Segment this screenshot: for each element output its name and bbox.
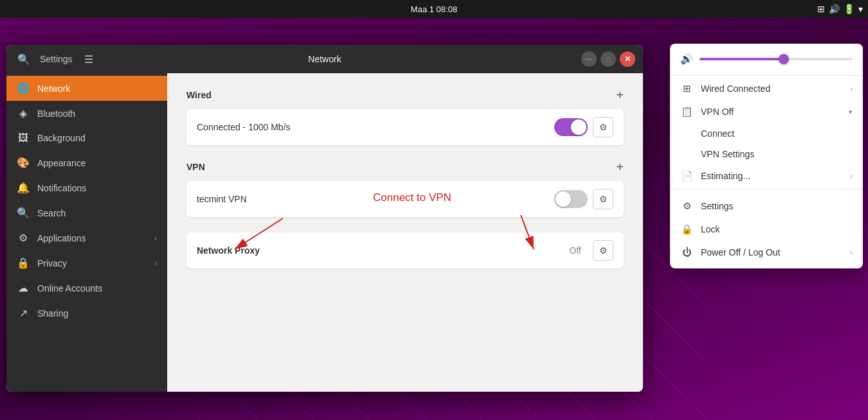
- wired-toggle[interactable]: [554, 118, 588, 136]
- vpn-toggle[interactable]: [554, 190, 588, 208]
- sidebar-item-sharing[interactable]: ↗ Sharing: [6, 301, 167, 326]
- sidebar-label-online-accounts: Online Accounts: [37, 283, 102, 293]
- divider-1: [670, 75, 863, 76]
- sidebar-label-sharing: Sharing: [37, 308, 68, 319]
- qs-estimating-label: Estimating...: [701, 171, 842, 181]
- sidebar-label-privacy: Privacy: [37, 258, 67, 268]
- minimize-button[interactable]: —: [581, 51, 597, 67]
- qs-lock-label: Lock: [701, 224, 853, 234]
- volume-speaker-icon: 🔊: [680, 53, 693, 65]
- settings-search-button[interactable]: 🔍: [14, 49, 33, 69]
- sidebar-label-network: Network: [37, 83, 70, 94]
- sidebar-item-appearance[interactable]: 🎨 Appearance: [6, 150, 167, 175]
- sidebar-item-network[interactable]: 🌐 Network: [6, 76, 167, 101]
- vpn-section-header: VPN +: [186, 161, 624, 173]
- divider-2: [670, 189, 863, 189]
- wired-toggle-knob: [571, 119, 586, 135]
- background-icon: 🖼: [17, 132, 30, 144]
- qs-vpn-chevron-icon: ▾: [849, 108, 853, 116]
- wired-connection-row: Connected - 1000 Mb/s ⚙: [186, 109, 624, 145]
- qs-wired-row[interactable]: ⊞ Wired Connected ›: [670, 77, 863, 100]
- titlebar-left: 🔍 Settings ☰: [14, 49, 98, 69]
- network-icon: 🌐: [17, 82, 30, 94]
- sidebar-label-appearance: Appearance: [37, 158, 86, 168]
- vpn-toggle-knob: [556, 191, 571, 207]
- qs-settings-label: Settings: [701, 201, 853, 211]
- titlebar-right: — □ ✕: [581, 51, 635, 67]
- qs-lock-icon: 🔒: [680, 223, 693, 235]
- hamburger-button[interactable]: ☰: [79, 51, 98, 68]
- network-status-icon[interactable]: ⊞: [817, 4, 825, 14]
- vpn-add-button[interactable]: +: [616, 161, 624, 173]
- vpn-settings-button[interactable]: ⚙: [593, 189, 613, 209]
- vpn-section-title: VPN: [186, 162, 205, 172]
- applications-icon: ⚙: [17, 232, 30, 244]
- qs-vpn-icon: 📋: [680, 106, 693, 118]
- wired-add-button[interactable]: +: [616, 89, 624, 101]
- volume-icon[interactable]: 🔊: [829, 4, 840, 14]
- sidebar-label-bluetooth: Bluetooth: [37, 109, 75, 119]
- qs-vpn-settings-item[interactable]: VPN Settings: [670, 144, 863, 164]
- qs-wired-chevron-icon: ›: [850, 85, 853, 92]
- wired-settings-button[interactable]: ⚙: [593, 117, 613, 137]
- sidebar-item-online-accounts[interactable]: ☁ Online Accounts: [6, 276, 167, 301]
- qs-connect-item[interactable]: Connect: [670, 123, 863, 144]
- search-icon: 🔍: [17, 207, 30, 219]
- qs-power-label: Power Off / Log Out: [701, 247, 842, 258]
- proxy-value: Off: [570, 245, 581, 256]
- maximize-button[interactable]: □: [601, 51, 616, 67]
- qs-estimating-chevron-icon: ›: [850, 172, 853, 180]
- wired-connection-label: Connected - 1000 Mb/s: [197, 122, 554, 132]
- wired-section-header: Wired +: [186, 89, 624, 101]
- dropdown-arrow-icon[interactable]: ▾: [858, 4, 863, 14]
- wired-section-title: Wired: [186, 90, 212, 100]
- sidebar-item-bluetooth[interactable]: ◈ Bluetooth: [6, 101, 167, 126]
- vpn-card: tecmint VPN ⚙: [186, 181, 624, 217]
- wired-card: Connected - 1000 Mb/s ⚙: [186, 109, 624, 145]
- qs-power-row[interactable]: ⏻ Power Off / Log Out ›: [670, 241, 863, 263]
- volume-row: 🔊: [670, 44, 863, 74]
- sidebar-item-privacy[interactable]: 🔒 Privacy ›: [6, 250, 167, 276]
- settings-window: 🔍 Settings ☰ Network — □ ✕ 🌐 Network ◈: [6, 45, 643, 392]
- qs-lock-row[interactable]: 🔒 Lock: [670, 218, 863, 241]
- sidebar: 🌐 Network ◈ Bluetooth 🖼 Background 🎨 App…: [6, 73, 167, 392]
- privacy-chevron-icon: ›: [154, 259, 157, 268]
- qs-wired-label: Wired Connected: [701, 83, 842, 94]
- proxy-label: Network Proxy: [197, 245, 570, 256]
- qs-estimating-row[interactable]: 📄 Estimating... ›: [670, 164, 863, 188]
- applications-chevron-icon: ›: [154, 234, 157, 243]
- qs-settings-gear-icon: ⚙: [680, 200, 693, 212]
- volume-slider-track[interactable]: [700, 58, 853, 60]
- sidebar-item-applications[interactable]: ⚙ Applications ›: [6, 225, 167, 250]
- battery-icon[interactable]: 🔋: [844, 4, 854, 14]
- close-button[interactable]: ✕: [620, 51, 635, 67]
- sharing-icon: ↗: [17, 307, 30, 319]
- proxy-row: Network Proxy Off ⚙: [186, 232, 624, 268]
- qs-wired-icon: ⊞: [680, 83, 693, 94]
- bluetooth-icon: ◈: [17, 107, 30, 119]
- proxy-section: Network Proxy Off ⚙: [186, 232, 624, 268]
- main-content: Wired + Connected - 1000 Mb/s ⚙: [167, 73, 643, 392]
- qs-power-icon: ⏻: [680, 247, 693, 258]
- taskbar-right: ⊞ 🔊 🔋 ▾: [817, 4, 863, 14]
- sidebar-label-background: Background: [37, 133, 86, 143]
- qs-vpn-label: VPN Off: [701, 107, 841, 117]
- desktop: 🔍 Settings ☰ Network — □ ✕ 🌐 Network ◈: [0, 18, 868, 420]
- sidebar-label-search: Search: [37, 208, 66, 218]
- quick-settings-popup: 🔊 ⊞ Wired Connected › 📋 VPN Off ▾ Connec…: [670, 44, 863, 268]
- taskbar: Maa 1 08:08 ⊞ 🔊 🔋 ▾: [0, 0, 868, 18]
- vpn-connection-row: tecmint VPN ⚙: [186, 181, 624, 217]
- settings-title: Settings: [40, 54, 73, 64]
- sidebar-item-background[interactable]: 🖼 Background: [6, 126, 167, 150]
- online-accounts-icon: ☁: [17, 282, 30, 294]
- qs-vpn-row[interactable]: 📋 VPN Off ▾: [670, 100, 863, 123]
- sidebar-item-notifications[interactable]: 🔔 Notifications: [6, 175, 167, 200]
- qs-connect-label: Connect: [701, 128, 734, 139]
- sidebar-item-search[interactable]: 🔍 Search: [6, 200, 167, 225]
- notifications-icon: 🔔: [17, 182, 30, 194]
- qs-settings-row[interactable]: ⚙ Settings: [670, 195, 863, 218]
- qs-vpn-settings-label: VPN Settings: [701, 149, 754, 159]
- proxy-settings-button[interactable]: ⚙: [593, 240, 613, 261]
- sidebar-label-applications: Applications: [37, 233, 86, 243]
- qs-estimating-icon: 📄: [680, 170, 693, 182]
